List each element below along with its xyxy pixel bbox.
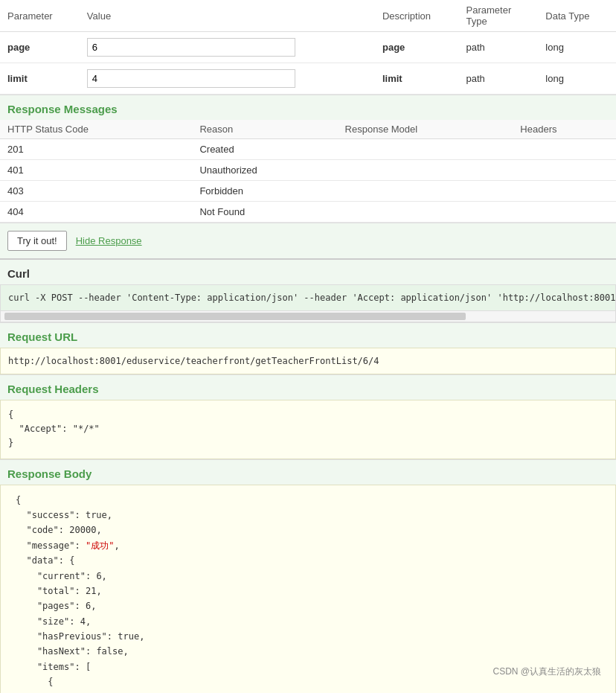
- param-datatype-page: long: [545, 42, 564, 53]
- model-text: [338, 202, 513, 223]
- json-hasprevious-val: true: [118, 631, 139, 642]
- param-desc-page: page: [382, 42, 405, 53]
- reason-text: Forbidden: [192, 181, 337, 202]
- param-type-page: path: [466, 42, 485, 53]
- response-messages-table: HTTP Status Code Reason Response Model H…: [0, 120, 616, 223]
- json-size-key: "size":: [16, 616, 80, 627]
- headers-text: [513, 181, 616, 202]
- col-header-param-type: ParameterType: [459, 0, 539, 32]
- response-messages-section: Response Messages HTTP Status Code Reaso…: [0, 95, 616, 223]
- request-url-value: http://localhost:8001/eduservice/teacher…: [0, 348, 616, 374]
- col-header-description: Description: [375, 0, 459, 32]
- response-row-404: 404 Not Found: [0, 202, 616, 223]
- json-current-val: 6: [96, 571, 101, 581]
- param-input-limit[interactable]: [87, 69, 295, 88]
- hide-response-link[interactable]: Hide Response: [76, 235, 142, 246]
- json-item-open: {: [16, 677, 54, 687]
- json-hasnext-val: false: [96, 646, 123, 657]
- col-headers: Headers: [513, 120, 616, 139]
- params-section: Parameter Value Description ParameterTyp…: [0, 0, 616, 95]
- json-code-val: 20000: [69, 525, 96, 535]
- reason-text: Unauthorized: [192, 160, 337, 181]
- params-table: Parameter Value Description ParameterTyp…: [0, 0, 616, 95]
- col-header-parameter: Parameter: [0, 0, 80, 32]
- param-input-page[interactable]: [87, 38, 295, 57]
- model-text: [338, 139, 513, 160]
- json-message-key: "message":: [16, 540, 86, 551]
- response-body-content: { "success": true, "code": 20000, "messa…: [0, 485, 616, 693]
- col-status-code: HTTP Status Code: [0, 120, 192, 139]
- curl-command: curl -X POST --header 'Content-Type: app…: [0, 284, 616, 311]
- response-body-section: Response Body { "success": true, "code":…: [0, 459, 616, 693]
- param-desc-limit: limit: [382, 73, 402, 84]
- request-headers-section: Request Headers { "Accept": "*/*" }: [0, 374, 616, 459]
- model-text: [338, 181, 513, 202]
- param-type-limit: path: [466, 73, 485, 84]
- response-messages-title: Response Messages: [0, 95, 616, 120]
- json-pages-key: "pages":: [16, 601, 86, 611]
- json-success-key: "success":: [16, 510, 86, 520]
- request-url-title: Request URL: [0, 322, 616, 348]
- param-name-page: page: [7, 42, 30, 53]
- reason-text: Not Found: [192, 202, 337, 223]
- status-code: 201: [0, 139, 192, 160]
- request-headers-title: Request Headers: [0, 374, 616, 400]
- col-model: Response Model: [338, 120, 513, 139]
- headers-text: [513, 202, 616, 223]
- json-items-key: "items": [: [16, 662, 91, 672]
- curl-scrollbar[interactable]: [4, 313, 466, 320]
- response-row-403: 403 Forbidden: [0, 181, 616, 202]
- curl-section: Curl curl -X POST --header 'Content-Type…: [0, 258, 616, 322]
- json-hasnext-key: "hasNext":: [16, 646, 96, 657]
- table-row: page page path long: [0, 32, 616, 63]
- col-header-value: Value: [80, 0, 375, 32]
- status-code: 403: [0, 181, 192, 202]
- json-total-val: 21: [86, 586, 96, 596]
- col-reason: Reason: [192, 120, 337, 139]
- col-header-data-type: Data Type: [538, 0, 616, 32]
- json-total-key: "total":: [16, 586, 86, 596]
- param-datatype-limit: long: [545, 73, 564, 84]
- param-name-limit: limit: [7, 73, 28, 84]
- json-current-key: "current":: [16, 571, 96, 581]
- json-size-val: 4: [80, 616, 86, 627]
- reason-text: Created: [192, 139, 337, 160]
- json-open-brace: {: [16, 495, 21, 505]
- response-body-title: Response Body: [0, 459, 616, 485]
- request-headers-content: { "Accept": "*/*" }: [0, 400, 616, 459]
- request-url-section: Request URL http://localhost:8001/eduser…: [0, 322, 616, 374]
- headers-text: [513, 139, 616, 160]
- watermark: CSDN @认真生活的灰太狼: [493, 665, 601, 678]
- response-row-401: 401 Unauthorized: [0, 160, 616, 181]
- status-code: 401: [0, 160, 192, 181]
- json-hasprevious-key: "hasPrevious":: [16, 631, 118, 642]
- headers-brace-close: }: [8, 438, 13, 448]
- try-it-button[interactable]: Try it out!: [7, 231, 67, 251]
- headers-text: [513, 160, 616, 181]
- curl-scrollbar-container: [0, 311, 616, 322]
- json-code-key: "code":: [16, 525, 69, 535]
- headers-accept-key: "Accept": "*/*": [8, 424, 100, 434]
- curl-title: Curl: [0, 258, 616, 284]
- json-message-val: "成功": [86, 540, 114, 551]
- response-row-201: 201 Created: [0, 139, 616, 160]
- json-success-val: true: [86, 510, 107, 520]
- status-code: 404: [0, 202, 192, 223]
- table-row: limit limit path long: [0, 63, 616, 95]
- headers-brace-open: {: [8, 409, 13, 420]
- model-text: [338, 160, 513, 181]
- try-it-bar: Try it out! Hide Response: [0, 223, 616, 258]
- json-data-key: "data": {: [16, 555, 74, 566]
